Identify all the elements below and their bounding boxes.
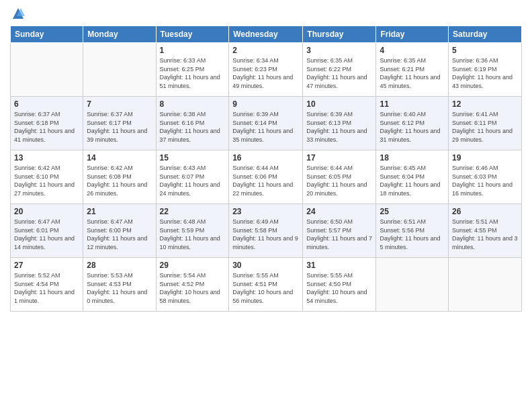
calendar-cell: 4Sunrise: 6:35 AM Sunset: 6:21 PM Daylig…	[376, 43, 449, 97]
calendar-cell: 9Sunrise: 6:39 AM Sunset: 6:14 PM Daylig…	[229, 97, 303, 150]
calendar-week-4: 20Sunrise: 6:47 AM Sunset: 6:01 PM Dayli…	[11, 204, 522, 258]
calendar-cell: 17Sunrise: 6:44 AM Sunset: 6:05 PM Dayli…	[303, 150, 376, 204]
calendar-cell: 14Sunrise: 6:42 AM Sunset: 6:08 PM Dayli…	[83, 150, 156, 204]
day-number: 18	[380, 153, 445, 163]
day-number: 24	[306, 207, 372, 216]
calendar-cell: 24Sunrise: 6:50 AM Sunset: 5:57 PM Dayli…	[303, 204, 376, 258]
day-info: Sunrise: 6:44 AM Sunset: 6:05 PM Dayligh…	[306, 164, 372, 197]
calendar-cell: 16Sunrise: 6:44 AM Sunset: 6:06 PM Dayli…	[229, 150, 303, 204]
calendar-cell: 30Sunrise: 5:55 AM Sunset: 4:51 PM Dayli…	[229, 258, 303, 312]
calendar-cell	[11, 43, 83, 97]
calendar-cell: 8Sunrise: 6:38 AM Sunset: 6:16 PM Daylig…	[156, 97, 229, 150]
day-number: 29	[160, 261, 226, 270]
calendar-week-2: 6Sunrise: 6:37 AM Sunset: 6:18 PM Daylig…	[11, 97, 522, 150]
calendar-cell: 25Sunrise: 6:51 AM Sunset: 5:56 PM Dayli…	[376, 204, 449, 258]
day-info: Sunrise: 6:33 AM Sunset: 6:25 PM Dayligh…	[160, 56, 226, 90]
day-info: Sunrise: 6:38 AM Sunset: 6:16 PM Dayligh…	[160, 110, 226, 144]
day-info: Sunrise: 6:37 AM Sunset: 6:17 PM Dayligh…	[87, 110, 152, 144]
day-info: Sunrise: 6:35 AM Sunset: 6:22 PM Dayligh…	[306, 56, 372, 90]
day-info: Sunrise: 6:47 AM Sunset: 6:00 PM Dayligh…	[87, 218, 152, 251]
day-number: 3	[306, 46, 372, 55]
header	[10, 7, 522, 20]
calendar-cell: 21Sunrise: 6:47 AM Sunset: 6:00 PM Dayli…	[83, 204, 156, 258]
day-info: Sunrise: 6:41 AM Sunset: 6:11 PM Dayligh…	[452, 110, 518, 144]
day-info: Sunrise: 6:39 AM Sunset: 6:14 PM Dayligh…	[232, 110, 299, 144]
calendar-cell	[376, 258, 449, 312]
calendar-header-saturday: Saturday	[449, 26, 522, 43]
day-number: 11	[380, 99, 445, 109]
calendar-week-1: 1Sunrise: 6:33 AM Sunset: 6:25 PM Daylig…	[11, 43, 522, 97]
calendar-header-monday: Monday	[83, 26, 156, 43]
calendar-cell: 5Sunrise: 6:36 AM Sunset: 6:19 PM Daylig…	[449, 43, 522, 97]
day-info: Sunrise: 6:39 AM Sunset: 6:13 PM Dayligh…	[306, 110, 372, 144]
calendar-cell: 3Sunrise: 6:35 AM Sunset: 6:22 PM Daylig…	[303, 43, 376, 97]
day-number: 10	[306, 99, 372, 109]
calendar-cell: 23Sunrise: 6:49 AM Sunset: 5:58 PM Dayli…	[229, 204, 303, 258]
day-number: 28	[87, 261, 152, 270]
calendar-header-tuesday: Tuesday	[156, 26, 229, 43]
day-info: Sunrise: 6:47 AM Sunset: 6:01 PM Dayligh…	[14, 218, 79, 251]
calendar-cell: 15Sunrise: 6:43 AM Sunset: 6:07 PM Dayli…	[156, 150, 229, 204]
day-number: 1	[160, 46, 226, 55]
day-number: 5	[452, 46, 518, 55]
day-info: Sunrise: 5:55 AM Sunset: 4:51 PM Dayligh…	[232, 271, 299, 305]
day-number: 25	[380, 207, 445, 216]
day-number: 23	[232, 207, 299, 216]
calendar-cell	[449, 258, 522, 312]
day-info: Sunrise: 6:44 AM Sunset: 6:06 PM Dayligh…	[232, 164, 299, 197]
day-info: Sunrise: 5:53 AM Sunset: 4:53 PM Dayligh…	[87, 271, 152, 305]
day-number: 13	[14, 153, 79, 163]
calendar-cell: 7Sunrise: 6:37 AM Sunset: 6:17 PM Daylig…	[83, 97, 156, 150]
day-number: 21	[87, 207, 152, 216]
calendar-cell: 10Sunrise: 6:39 AM Sunset: 6:13 PM Dayli…	[303, 97, 376, 150]
day-number: 2	[232, 46, 299, 55]
day-number: 16	[232, 153, 299, 163]
day-number: 26	[452, 207, 518, 216]
logo	[10, 7, 25, 20]
day-number: 15	[160, 153, 226, 163]
calendar-cell: 27Sunrise: 5:52 AM Sunset: 4:54 PM Dayli…	[11, 258, 83, 312]
calendar-cell: 22Sunrise: 6:48 AM Sunset: 5:59 PM Dayli…	[156, 204, 229, 258]
day-info: Sunrise: 6:42 AM Sunset: 6:10 PM Dayligh…	[14, 164, 79, 197]
day-info: Sunrise: 5:52 AM Sunset: 4:54 PM Dayligh…	[14, 271, 79, 305]
calendar-header-thursday: Thursday	[303, 26, 376, 43]
calendar-cell: 6Sunrise: 6:37 AM Sunset: 6:18 PM Daylig…	[11, 97, 83, 150]
day-number: 19	[452, 153, 518, 163]
calendar: SundayMondayTuesdayWednesdayThursdayFrid…	[10, 26, 522, 312]
day-number: 8	[160, 99, 226, 109]
day-number: 12	[452, 99, 518, 109]
day-number: 31	[306, 261, 372, 270]
day-info: Sunrise: 6:34 AM Sunset: 6:23 PM Dayligh…	[232, 56, 299, 90]
day-info: Sunrise: 6:40 AM Sunset: 6:12 PM Dayligh…	[380, 110, 445, 144]
calendar-cell: 2Sunrise: 6:34 AM Sunset: 6:23 PM Daylig…	[229, 43, 303, 97]
calendar-cell: 20Sunrise: 6:47 AM Sunset: 6:01 PM Dayli…	[11, 204, 83, 258]
calendar-cell: 18Sunrise: 6:45 AM Sunset: 6:04 PM Dayli…	[376, 150, 449, 204]
calendar-header-row: SundayMondayTuesdayWednesdayThursdayFrid…	[11, 26, 522, 43]
day-info: Sunrise: 6:51 AM Sunset: 5:56 PM Dayligh…	[380, 218, 445, 251]
calendar-cell: 12Sunrise: 6:41 AM Sunset: 6:11 PM Dayli…	[449, 97, 522, 150]
day-number: 14	[87, 153, 152, 163]
day-info: Sunrise: 6:48 AM Sunset: 5:59 PM Dayligh…	[160, 218, 226, 251]
calendar-header-wednesday: Wednesday	[229, 26, 303, 43]
day-info: Sunrise: 6:50 AM Sunset: 5:57 PM Dayligh…	[306, 218, 372, 251]
day-info: Sunrise: 6:35 AM Sunset: 6:21 PM Dayligh…	[380, 56, 445, 90]
calendar-cell: 29Sunrise: 5:54 AM Sunset: 4:52 PM Dayli…	[156, 258, 229, 312]
logo-text	[10, 7, 25, 20]
day-info: Sunrise: 6:49 AM Sunset: 5:58 PM Dayligh…	[232, 218, 299, 251]
day-info: Sunrise: 6:37 AM Sunset: 6:18 PM Dayligh…	[14, 110, 79, 144]
day-info: Sunrise: 5:55 AM Sunset: 4:50 PM Dayligh…	[306, 271, 372, 305]
day-info: Sunrise: 6:36 AM Sunset: 6:19 PM Dayligh…	[452, 56, 518, 90]
calendar-cell: 31Sunrise: 5:55 AM Sunset: 4:50 PM Dayli…	[303, 258, 376, 312]
day-info: Sunrise: 6:45 AM Sunset: 6:04 PM Dayligh…	[380, 164, 445, 197]
calendar-cell: 1Sunrise: 6:33 AM Sunset: 6:25 PM Daylig…	[156, 43, 229, 97]
day-number: 20	[14, 207, 79, 216]
calendar-cell: 19Sunrise: 6:46 AM Sunset: 6:03 PM Dayli…	[449, 150, 522, 204]
day-info: Sunrise: 6:43 AM Sunset: 6:07 PM Dayligh…	[160, 164, 226, 197]
calendar-cell: 13Sunrise: 6:42 AM Sunset: 6:10 PM Dayli…	[11, 150, 83, 204]
day-number: 4	[380, 46, 445, 55]
day-number: 7	[87, 99, 152, 109]
calendar-header-sunday: Sunday	[11, 26, 83, 43]
day-number: 22	[160, 207, 226, 216]
calendar-week-3: 13Sunrise: 6:42 AM Sunset: 6:10 PM Dayli…	[11, 150, 522, 204]
logo-icon	[11, 7, 25, 20]
